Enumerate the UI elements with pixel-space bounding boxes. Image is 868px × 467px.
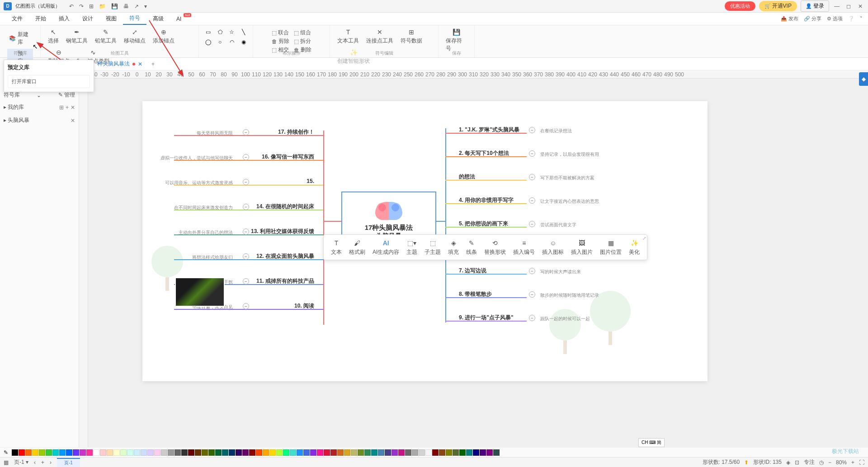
color-swatch[interactable] bbox=[127, 449, 133, 456]
mindmap-node[interactable]: 11. 戒掉所有的科技产品 bbox=[256, 277, 314, 285]
zoom-out-icon[interactable]: − bbox=[828, 459, 831, 466]
tab-close-icon[interactable]: ✕ bbox=[138, 61, 142, 67]
color-swatch[interactable] bbox=[364, 449, 371, 456]
color-swatch[interactable] bbox=[66, 449, 72, 456]
redo-icon[interactable]: ↷ bbox=[79, 3, 84, 9]
menu-advanced[interactable]: 高级 bbox=[146, 13, 170, 24]
mindmap-node[interactable]: 12. 在观众面前头脑风暴 bbox=[256, 252, 314, 260]
color-swatch[interactable] bbox=[283, 449, 289, 456]
right-panel-toggle[interactable]: ◆ bbox=[859, 72, 868, 86]
color-swatch[interactable] bbox=[493, 449, 500, 456]
collapse-icon[interactable]: − bbox=[243, 253, 249, 260]
color-swatch[interactable] bbox=[392, 449, 398, 456]
save-symbol-tool[interactable]: 💾保存符号 bbox=[443, 27, 470, 53]
new-icon[interactable]: ⊞ bbox=[89, 3, 94, 9]
color-swatch[interactable] bbox=[310, 449, 316, 456]
ft-insert-image[interactable]: 🖼插入图片 bbox=[567, 237, 596, 258]
color-swatch[interactable] bbox=[269, 449, 276, 456]
my-library-section[interactable]: 我的库 bbox=[8, 104, 24, 110]
page-selector[interactable]: 页-1 ▾ bbox=[14, 458, 28, 466]
color-swatch[interactable] bbox=[344, 449, 350, 456]
print-icon[interactable]: 🖶 bbox=[123, 3, 129, 9]
color-swatch[interactable] bbox=[141, 449, 147, 456]
layout-icon[interactable]: ▦ bbox=[4, 459, 9, 466]
mindmap-node[interactable]: 8. 带根笔散步 bbox=[459, 290, 492, 298]
layers-icon[interactable]: ◈ bbox=[786, 459, 790, 466]
fit-icon[interactable]: ⊡ bbox=[795, 459, 799, 466]
brainstorm-section[interactable]: 头脑风暴 bbox=[8, 117, 29, 123]
shape-star[interactable]: ☆ bbox=[227, 28, 237, 36]
maximize-icon[interactable]: ◻ bbox=[844, 2, 853, 10]
menu-view[interactable]: 视图 bbox=[99, 13, 123, 24]
color-swatch[interactable] bbox=[297, 449, 303, 456]
color-swatch[interactable] bbox=[263, 449, 269, 456]
bool-subtract[interactable]: 🗑 剪除 bbox=[272, 37, 289, 45]
mindmap-node[interactable]: 1. "J.K. 罗琳"式头脑风暴 bbox=[459, 126, 519, 134]
canvas-area[interactable]: 17种头脑风暴法 头脑风暴 17. 持续创作！−每天坚持风雨无阻16. 像写信一… bbox=[88, 79, 868, 447]
undo-icon[interactable]: ↶ bbox=[69, 3, 74, 9]
mindmap-node[interactable]: 15. bbox=[307, 178, 314, 184]
collapse-icon[interactable]: − bbox=[529, 221, 535, 227]
color-swatch[interactable] bbox=[385, 449, 391, 456]
upgrade-icon[interactable]: ⬆ bbox=[744, 459, 749, 466]
collapse-icon[interactable]: − bbox=[529, 291, 535, 298]
color-swatch[interactable] bbox=[52, 449, 59, 456]
color-swatch[interactable] bbox=[113, 449, 120, 456]
shape-circle[interactable]: ○ bbox=[215, 38, 225, 46]
color-swatch[interactable] bbox=[446, 449, 452, 456]
color-swatch[interactable] bbox=[453, 449, 459, 456]
menu-design[interactable]: 设计 bbox=[76, 13, 99, 24]
color-swatch[interactable] bbox=[249, 449, 255, 456]
collapse-icon[interactable]: − bbox=[243, 278, 249, 285]
ft-ai[interactable]: AIAI生成内容 bbox=[369, 237, 403, 258]
color-swatch[interactable] bbox=[168, 449, 174, 456]
next-page-icon[interactable]: › bbox=[50, 459, 52, 466]
collapse-icon[interactable]: − bbox=[529, 268, 535, 274]
shape-pentagon[interactable]: ⬠ bbox=[215, 28, 225, 36]
color-swatch[interactable] bbox=[432, 449, 439, 456]
open-library-window[interactable]: 打开库窗口 bbox=[8, 75, 90, 88]
color-swatch[interactable] bbox=[439, 449, 445, 456]
ft-beautify[interactable]: ✨美化 bbox=[625, 237, 643, 258]
bool-union[interactable]: ⬚ 联合 bbox=[272, 29, 289, 37]
color-swatch[interactable] bbox=[466, 449, 472, 456]
collapse-icon[interactable]: − bbox=[243, 129, 249, 135]
mindmap-node[interactable]: 17. 持续创作！ bbox=[278, 128, 314, 136]
color-swatch[interactable] bbox=[371, 449, 377, 456]
color-swatch[interactable] bbox=[120, 449, 127, 456]
ft-subtopic[interactable]: ⬚子主题 bbox=[421, 237, 444, 258]
color-swatch[interactable] bbox=[236, 449, 242, 456]
color-swatch[interactable] bbox=[256, 449, 262, 456]
mindmap-node[interactable]: 10. 阅读 bbox=[294, 302, 314, 310]
menu-insert[interactable]: 插入 bbox=[52, 13, 76, 24]
color-swatch[interactable] bbox=[12, 449, 18, 456]
collapse-icon[interactable]: − bbox=[529, 174, 535, 180]
color-swatch[interactable] bbox=[425, 449, 432, 456]
toolbar-close-icon[interactable]: ⤢ bbox=[642, 236, 646, 241]
mindmap-node[interactable]: 7. 边写边说 bbox=[459, 267, 486, 275]
lib-add-icon[interactable]: ⊞ bbox=[59, 104, 64, 111]
color-swatch[interactable] bbox=[303, 449, 310, 456]
ft-insert-number[interactable]: ≡插入编号 bbox=[509, 237, 538, 258]
collapse-icon[interactable]: − bbox=[529, 150, 535, 157]
lib-expand-icon[interactable]: ⌄ bbox=[37, 92, 41, 98]
prev-page-icon[interactable]: ‹ bbox=[34, 459, 36, 466]
color-swatch[interactable] bbox=[39, 449, 45, 456]
section-close-icon[interactable]: ✕ bbox=[71, 117, 75, 124]
color-swatch[interactable] bbox=[419, 449, 425, 456]
shape-ellipse[interactable]: ◯ bbox=[203, 38, 213, 46]
mindmap-node[interactable]: 14. 在很随机的时间起床 bbox=[256, 203, 314, 210]
color-swatch[interactable] bbox=[229, 449, 235, 456]
color-swatch[interactable] bbox=[358, 449, 364, 456]
collapse-icon[interactable]: − bbox=[529, 127, 535, 133]
collapse-icon[interactable]: − bbox=[243, 179, 249, 185]
color-swatch[interactable] bbox=[337, 449, 344, 456]
color-swatch[interactable] bbox=[317, 449, 323, 456]
minimize-icon[interactable]: — bbox=[833, 2, 841, 10]
menu-symbol[interactable]: 符号 bbox=[123, 13, 146, 25]
collapse-icon[interactable]: − bbox=[529, 315, 535, 321]
lib-close-icon[interactable]: ✕ bbox=[71, 104, 75, 111]
shape-line[interactable]: ╲ bbox=[239, 28, 249, 36]
document-tab[interactable]: 种头脑风暴法✕ bbox=[92, 58, 148, 70]
ft-image-position[interactable]: ▦图片位置 bbox=[596, 237, 625, 258]
